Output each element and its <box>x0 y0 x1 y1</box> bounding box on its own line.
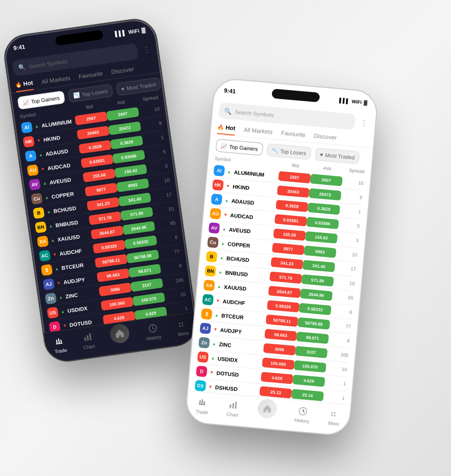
dark-nav-more-label: More <box>177 330 189 337</box>
light-chip-traded[interactable]: ♥ Most Traded <box>314 147 359 164</box>
symbol-text: AUDCAD <box>229 212 253 220</box>
light-chip-gainers[interactable]: 📈 Top Gainers <box>215 139 263 156</box>
symbol-icon: B <box>32 207 45 219</box>
light-tab-fav-label: Favourite <box>281 130 306 138</box>
dark-phone-content: 🔍 Search Symbols ⋮ 🔥 Hot All Markets Fav… <box>5 36 199 363</box>
arrow-up-icon: ▲ <box>48 223 53 228</box>
dark-tab-all[interactable]: All Markets <box>40 72 71 88</box>
ask-price: 0.93586 <box>306 216 339 229</box>
arrow-up-icon: ▲ <box>227 168 232 174</box>
dark-chip-traded[interactable]: ♥ Most Traded <box>116 77 161 95</box>
light-tab-hot-label: Hot <box>225 124 235 131</box>
symbol-icon: XA <box>37 235 49 247</box>
light-col-ask: Ask <box>311 164 343 172</box>
dark-more-icon[interactable]: ⋮ <box>141 44 151 55</box>
symbol-icon: Zn <box>45 292 57 304</box>
dark-tab-disc[interactable]: Discover <box>110 63 135 79</box>
light-tab-all[interactable]: All Markets <box>243 123 273 139</box>
light-col-spread: Spread <box>343 167 365 174</box>
arrow-up-icon: ▲ <box>54 265 59 271</box>
svg-point-15 <box>333 415 335 416</box>
dark-tab-hot[interactable]: 🔥 Hot <box>14 77 34 92</box>
light-search-placeholder: Search Symbols <box>234 108 273 117</box>
light-nav-chart[interactable]: Chart <box>226 399 240 418</box>
dark-chip-losers[interactable]: 📉 Top Losers <box>68 84 113 102</box>
dark-nav-chart[interactable]: Chart <box>81 330 95 350</box>
light-nav-home[interactable] <box>257 401 277 419</box>
dark-losers-icon: 📉 <box>72 92 79 99</box>
svg-rect-9 <box>232 402 234 408</box>
dark-chip-gainers[interactable]: 📈 Top Gainers <box>17 90 65 109</box>
light-nav-history[interactable]: History <box>294 405 310 424</box>
arrow-down-icon: ▼ <box>52 252 57 257</box>
dark-nav-trade-label: Trade <box>54 347 67 354</box>
symbol-icon: XA <box>203 279 215 291</box>
bid-price: 56798.11 <box>94 254 127 268</box>
symbol-text: DOTUSD <box>216 369 239 377</box>
light-home-btn[interactable] <box>257 398 277 419</box>
symbol-icon: BN <box>204 265 216 277</box>
dark-traded-label: Most Traded <box>126 81 156 91</box>
dark-tab-fav[interactable]: Favourite <box>78 67 104 83</box>
arrow-up-icon: ▲ <box>58 294 63 300</box>
spread-value: 9 <box>140 120 162 128</box>
light-col-bid: Bid <box>279 162 311 170</box>
svg-rect-2 <box>88 333 91 340</box>
ask-price: 571.80 <box>301 274 333 286</box>
bid-price: 0.93581 <box>274 214 307 226</box>
dark-tab-disc-label: Discover <box>111 66 134 75</box>
spread-value: 8 <box>160 263 182 271</box>
dark-home-btn[interactable] <box>108 322 130 344</box>
svg-rect-8 <box>229 404 231 408</box>
ask-price: 56798.88 <box>126 249 159 263</box>
light-chip-losers[interactable]: 📉 Top Losers <box>266 143 311 159</box>
dark-nav-more[interactable]: More <box>175 317 190 337</box>
symbol-text: BNBUSD <box>55 219 78 228</box>
light-nav-trade[interactable]: Trade <box>195 396 209 415</box>
spread-value: 10 <box>342 179 364 185</box>
spread-value: 10 <box>164 291 186 299</box>
light-search-icon: 🔍 <box>224 107 232 115</box>
arrow-up-icon: ▲ <box>38 151 43 157</box>
bid-price: 9977 <box>272 243 304 255</box>
spread-value: 6 <box>156 234 178 242</box>
bid-price: 56798.11 <box>265 314 298 326</box>
dark-hot-icon: 🔥 <box>15 81 22 88</box>
light-tab-disc[interactable]: Discover <box>313 130 337 144</box>
symbol-text: XAUUSD <box>57 233 80 242</box>
dark-tab-hot-label: Hot <box>22 79 33 86</box>
symbol-text: AUDJPY <box>63 276 85 285</box>
light-more-icon[interactable]: ⋮ <box>358 117 369 128</box>
dark-symbol-list: Al ▲ ALUMINIUM 2597 2607 10 HK ▼ HKIND 2… <box>14 101 194 333</box>
dark-gainers-label: Top Gainers <box>30 94 60 104</box>
symbol-text: AUDCHF <box>222 298 245 306</box>
light-chart-icon <box>227 399 240 412</box>
bid-price: 2644.87 <box>268 286 300 298</box>
light-nav-more[interactable]: More <box>327 407 341 426</box>
symbol-icon: AJ <box>43 278 55 290</box>
bid-price: 0.58326 <box>92 239 125 253</box>
light-tab-hot[interactable]: 🔥 Hot <box>217 121 235 135</box>
dark-search-icon: 🔍 <box>18 63 26 71</box>
bid-price: 100.060 <box>100 296 133 310</box>
bid-price: 0.3828 <box>78 140 111 154</box>
symbol-icon: ₿ <box>201 308 212 320</box>
symbol-text: COPPER <box>227 240 250 248</box>
dark-nav-trade[interactable]: Trade <box>52 335 67 354</box>
spread-value: 10 <box>333 279 355 286</box>
svg-point-5 <box>181 322 182 324</box>
light-tab-fav[interactable]: Favourite <box>280 127 306 142</box>
spread-value: 5 <box>338 222 360 229</box>
symbol-icon: D <box>195 365 207 377</box>
dark-gainers-icon: 📈 <box>22 99 29 106</box>
svg-rect-0 <box>84 337 86 341</box>
dark-nav-history[interactable]: History <box>144 321 161 342</box>
light-traded-icon: ♥ <box>319 151 323 157</box>
dark-nav-home[interactable] <box>109 326 130 344</box>
symbol-text: AUDCHF <box>59 247 81 256</box>
dark-nav-history-label: History <box>146 334 161 341</box>
arrow-up-icon: ▲ <box>60 309 65 314</box>
symbol-icon: B <box>206 251 217 262</box>
symbol-text: ALUMINIUM <box>41 118 72 128</box>
symbol-icon: AC <box>202 294 214 305</box>
